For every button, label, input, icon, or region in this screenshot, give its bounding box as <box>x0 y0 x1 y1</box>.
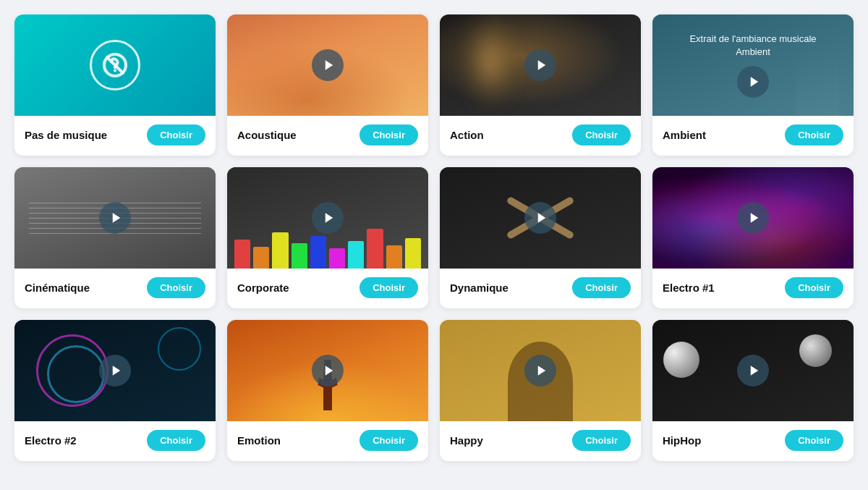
thumbnail-hiphop[interactable] <box>652 320 854 421</box>
svg-marker-5 <box>750 77 758 87</box>
disco-ball-deco <box>663 342 699 378</box>
thumbnail-happy[interactable] <box>440 320 641 421</box>
play-button-hiphop[interactable] <box>737 355 769 386</box>
thumbnail-action[interactable] <box>440 14 641 116</box>
choose-button-action[interactable]: Choisir <box>572 124 631 145</box>
thumbnail-acoustique[interactable] <box>227 14 428 116</box>
card-body-emotion: Emotion Choisir <box>227 421 428 461</box>
card-body-action: Action Choisir <box>440 116 641 156</box>
thumbnail-cinematique[interactable] <box>14 167 216 269</box>
play-button-ambient[interactable] <box>737 66 769 98</box>
thumbnail-emotion[interactable] <box>227 320 428 421</box>
card-cinematique: Cinématique Choisir <box>14 167 216 308</box>
card-body-electro2: Electro #2 Choisir <box>14 421 216 461</box>
card-ambient: Extrait de l'ambiance musicaleAmbient Am… <box>652 14 854 156</box>
card-hiphop: HipHop Choisir <box>652 320 854 461</box>
card-body-cinematique: Cinématique Choisir <box>14 269 216 308</box>
music-grid: Pas de musique Choisir Acoustique Choisi… <box>14 14 854 461</box>
svg-marker-14 <box>537 366 545 376</box>
card-electro2: Electro #2 Choisir <box>14 320 216 461</box>
svg-marker-11 <box>750 213 758 223</box>
thumbnail-corporate[interactable] <box>227 167 428 269</box>
card-label-dynamique: Dynamique <box>450 282 509 294</box>
choose-button-dynamique[interactable]: Choisir <box>572 277 631 298</box>
svg-marker-12 <box>112 366 120 376</box>
card-pas-de-musique: Pas de musique Choisir <box>14 14 216 156</box>
card-label-electro2: Electro #2 <box>25 434 77 447</box>
play-button-corporate[interactable] <box>312 202 344 234</box>
thumbnail-dynamique[interactable] <box>440 167 641 269</box>
ambient-text-overlay: Extrait de l'ambiance musicaleAmbient <box>652 14 854 116</box>
card-corporate: Corporate Choisir <box>227 167 428 308</box>
svg-marker-3 <box>325 60 333 70</box>
card-happy: Happy Choisir <box>440 320 641 461</box>
thumbnail-electro1[interactable] <box>652 167 854 269</box>
svg-marker-4 <box>537 60 545 70</box>
ambient-preview-text: Extrait de l'ambiance musicaleAmbient <box>689 33 816 59</box>
card-label-action: Action <box>450 129 484 141</box>
svg-point-1 <box>114 69 116 72</box>
play-button-acoustique[interactable] <box>312 49 344 81</box>
thumbnail-pas-de-musique[interactable] <box>14 14 216 116</box>
choose-button-ambient[interactable]: Choisir <box>785 124 843 145</box>
card-label-electro1: Electro #1 <box>663 282 715 294</box>
card-body-happy: Happy Choisir <box>440 421 641 461</box>
card-label-cinematique: Cinématique <box>25 282 90 294</box>
choose-button-pas-de-musique[interactable]: Choisir <box>147 124 205 145</box>
svg-marker-10 <box>537 213 545 223</box>
play-button-action[interactable] <box>524 49 556 81</box>
svg-marker-7 <box>325 213 333 223</box>
card-dynamique: Dynamique Choisir <box>440 167 641 308</box>
card-body-acoustique: Acoustique Choisir <box>227 116 428 156</box>
choose-button-hiphop[interactable]: Choisir <box>785 430 843 451</box>
card-emotion: Emotion Choisir <box>227 320 428 461</box>
no-music-icon <box>90 40 140 90</box>
card-action: Action Choisir <box>440 14 641 156</box>
thumbnail-electro2[interactable] <box>14 320 216 421</box>
card-label-acoustique: Acoustique <box>237 129 297 141</box>
card-label-emotion: Emotion <box>237 434 281 447</box>
card-body-pas-de-musique: Pas de musique Choisir <box>14 116 216 156</box>
choose-button-electro2[interactable]: Choisir <box>147 430 205 451</box>
play-button-electro2[interactable] <box>99 355 131 386</box>
choose-button-emotion[interactable]: Choisir <box>359 430 418 451</box>
card-body-hiphop: HipHop Choisir <box>652 421 854 461</box>
card-body-dynamique: Dynamique Choisir <box>440 269 641 308</box>
card-body-electro1: Electro #1 Choisir <box>652 269 854 308</box>
card-label-corporate: Corporate <box>237 282 289 294</box>
thumbnail-ambient[interactable]: Extrait de l'ambiance musicaleAmbient <box>652 14 854 116</box>
svg-marker-13 <box>325 366 333 376</box>
card-label-ambient: Ambient <box>663 129 706 141</box>
play-button-electro1[interactable] <box>737 202 769 234</box>
play-button-emotion[interactable] <box>312 355 344 386</box>
svg-marker-15 <box>750 366 758 376</box>
choose-button-corporate[interactable]: Choisir <box>359 277 418 298</box>
card-label-hiphop: HipHop <box>663 434 701 447</box>
card-body-corporate: Corporate Choisir <box>227 269 428 308</box>
choose-button-acoustique[interactable]: Choisir <box>359 124 418 145</box>
neon-circle-2 <box>47 345 105 403</box>
card-body-ambient: Ambient Choisir <box>652 116 854 156</box>
choose-button-electro1[interactable]: Choisir <box>785 277 843 298</box>
play-button-dynamique[interactable] <box>524 202 556 234</box>
choose-button-happy[interactable]: Choisir <box>572 430 631 451</box>
svg-marker-6 <box>112 213 120 223</box>
card-electro1: Electro #1 Choisir <box>652 167 854 308</box>
card-label-pas-de-musique: Pas de musique <box>25 129 107 141</box>
play-button-happy[interactable] <box>524 355 556 386</box>
choose-button-cinematique[interactable]: Choisir <box>147 277 205 298</box>
play-button-cinematique[interactable] <box>99 202 131 234</box>
card-acoustique: Acoustique Choisir <box>227 14 428 156</box>
card-label-happy: Happy <box>450 434 483 447</box>
